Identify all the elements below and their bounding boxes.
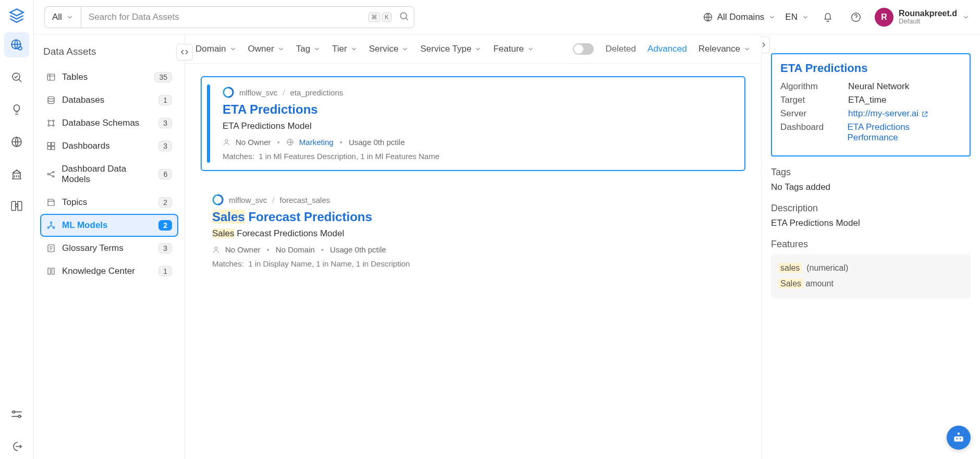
chevron-down-icon xyxy=(743,45,751,53)
sidebar-item-tables[interactable]: Tables35 xyxy=(41,67,177,88)
details-panel: ETA Predictions AlgorithmNeural Network … xyxy=(761,34,980,459)
notifications-icon[interactable] xyxy=(818,8,837,27)
filter-tier[interactable]: Tier xyxy=(332,44,358,54)
detail-feature-item: sales (numerical) Sales amount xyxy=(771,254,971,298)
asset-type-sidebar: Data Assets Tables35Databases1Database S… xyxy=(34,34,185,459)
search-results: mlflow_svc / eta_predictionsETA Predicti… xyxy=(185,64,761,459)
result-usage: Usage 0th pctile xyxy=(349,138,405,147)
svg-point-12 xyxy=(48,120,50,122)
detail-title: ETA Predictions xyxy=(780,62,961,75)
sidebar-item-database-schemas[interactable]: Database Schemas3 xyxy=(41,113,177,134)
svg-point-14 xyxy=(48,125,50,126)
details-collapse-button[interactable] xyxy=(761,37,770,53)
svg-point-5 xyxy=(13,411,15,413)
sidebar-item-count: 3 xyxy=(158,141,172,151)
user-menu[interactable]: R Rounakpreet.d Default xyxy=(875,8,970,27)
chevron-down-icon xyxy=(962,14,970,21)
sidebar-item-label: Databases xyxy=(62,95,104,105)
domain-selector[interactable]: All Domains xyxy=(703,12,776,22)
rail-insights-icon[interactable] xyxy=(4,97,29,122)
external-link-icon xyxy=(921,111,928,118)
sidebar-item-label: Dashboard Data Models xyxy=(62,164,153,185)
result-description: ETA Predictions Model xyxy=(223,121,733,131)
result-owner: No Owner xyxy=(236,138,271,147)
chevron-down-icon xyxy=(527,45,534,53)
rail-explore-icon[interactable] xyxy=(4,32,29,57)
language-selector[interactable]: EN xyxy=(785,12,809,22)
result-owner: No Owner xyxy=(225,245,261,254)
rail-glossary-icon[interactable] xyxy=(4,194,29,219)
rail-domains-icon[interactable] xyxy=(4,129,29,154)
help-icon[interactable] xyxy=(847,8,865,27)
sidebar-item-label: Glossary Terms xyxy=(62,243,124,253)
sidebar-item-count: 1 xyxy=(158,95,172,105)
result-domain-link[interactable]: Marketing xyxy=(299,138,334,147)
advanced-link[interactable]: Advanced xyxy=(647,44,687,54)
filter-service-type[interactable]: Service Type xyxy=(420,44,482,54)
filter-bar: DomainOwnerTagTierServiceService TypeFea… xyxy=(185,34,761,64)
sidebar-item-dashboards[interactable]: Dashboards3 xyxy=(41,136,177,156)
sidebar-item-ml-models[interactable]: ML Models2 xyxy=(41,215,177,236)
rail-observability-icon[interactable] xyxy=(4,65,29,90)
user-icon xyxy=(212,246,220,253)
svg-point-20 xyxy=(47,174,49,175)
svg-point-22 xyxy=(53,176,54,177)
search-scope-dropdown[interactable]: All xyxy=(44,6,81,28)
result-card[interactable]: mlflow_svc / eta_predictionsETA Predicti… xyxy=(201,76,745,171)
filter-service[interactable]: Service xyxy=(369,44,409,54)
deleted-toggle[interactable] xyxy=(573,43,594,55)
search-icon[interactable] xyxy=(399,11,409,23)
sidebar-item-dashboard-data-models[interactable]: Dashboard Data Models6 xyxy=(41,159,177,190)
detail-dashboard-link[interactable]: ETA Predictions Performance xyxy=(847,122,910,142)
user-name: Rounakpreet.d xyxy=(899,9,957,18)
detail-server-link[interactable]: http://my-server.ai xyxy=(848,108,918,118)
sidebar-item-count: 2 xyxy=(158,220,172,231)
svg-rect-19 xyxy=(52,147,55,150)
sidebar-collapse-button[interactable] xyxy=(176,44,193,61)
sidebar-item-topics[interactable]: Topics2 xyxy=(41,192,177,213)
sidebar-item-label: ML Models xyxy=(62,220,108,231)
user-icon xyxy=(223,138,230,146)
svg-point-32 xyxy=(958,432,960,434)
svg-point-21 xyxy=(53,171,54,173)
avatar: R xyxy=(875,8,893,27)
rail-logout-icon[interactable] xyxy=(4,434,29,459)
sort-dropdown[interactable]: Relevance xyxy=(699,44,751,54)
svg-point-23 xyxy=(51,222,52,223)
chevron-down-icon xyxy=(401,45,409,53)
sidebar-item-knowledge-center[interactable]: Knowledge Center1 xyxy=(41,261,177,282)
chevron-down-icon xyxy=(313,45,321,53)
sidebar-item-glossary-terms[interactable]: Glossary Terms3 xyxy=(41,238,177,259)
svg-point-34 xyxy=(960,438,961,440)
svg-point-31 xyxy=(215,247,217,250)
chevron-down-icon xyxy=(350,45,358,53)
sidebar-item-count: 1 xyxy=(158,266,172,276)
sidebar-item-label: Topics xyxy=(62,197,87,208)
detail-description-value: ETA Predictions Model xyxy=(771,218,971,228)
result-matches: Matches: 1 in Ml Features Description, 1… xyxy=(223,152,733,161)
sidebar-item-databases[interactable]: Databases1 xyxy=(41,90,177,111)
result-title-link[interactable]: ETA Predictions xyxy=(223,102,318,116)
filter-owner[interactable]: Owner xyxy=(248,44,285,54)
detail-tags-heading: Tags xyxy=(771,167,971,178)
app-logo-icon[interactable] xyxy=(7,6,26,25)
rail-governance-icon[interactable] xyxy=(4,162,29,187)
svg-point-33 xyxy=(956,438,958,440)
result-card[interactable]: mlflow_svc / forecast_salesSales Forecas… xyxy=(201,185,745,277)
result-title-link[interactable]: Sales Forecast Predictions xyxy=(212,210,372,224)
search-input[interactable] xyxy=(81,6,414,28)
sidebar-item-count: 3 xyxy=(158,243,172,253)
rail-settings-icon[interactable] xyxy=(4,402,29,427)
result-domain: No Domain xyxy=(276,245,315,254)
filter-feature[interactable]: Feature xyxy=(493,44,534,54)
sidebar-item-label: Dashboards xyxy=(62,141,110,151)
svg-point-15 xyxy=(53,125,54,126)
deleted-label: Deleted xyxy=(605,44,636,54)
filter-tag[interactable]: Tag xyxy=(296,44,321,54)
result-description: Sales Forecast Predictions Model xyxy=(212,228,734,239)
chat-fab-button[interactable] xyxy=(947,426,971,450)
detail-description-heading: Description xyxy=(771,203,971,214)
filter-domain[interactable]: Domain xyxy=(195,44,237,54)
result-matches: Matches: 1 in Display Name, 1 in Name, 1… xyxy=(212,259,734,268)
sidebar-item-count: 2 xyxy=(158,197,172,208)
